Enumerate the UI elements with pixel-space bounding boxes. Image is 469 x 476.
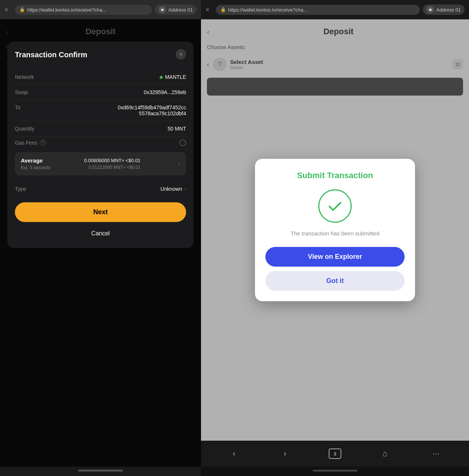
gas-radio[interactable]	[179, 139, 186, 146]
got-it-button[interactable]: Got it	[265, 271, 405, 291]
left-lock-icon: 🔒	[19, 7, 25, 12]
quantity-value: 50 MNT	[168, 126, 186, 132]
right-home-indicator	[313, 470, 357, 472]
right-address-badge[interactable]: ✺ Address 01	[423, 4, 465, 15]
left-modal-overlay: Transaction Confirm × Network MANTLE Swa…	[0, 19, 201, 467]
submit-title: Submit Transaction	[297, 171, 373, 180]
nav-home-button[interactable]: ⌂	[377, 446, 392, 461]
right-modal-overlay: Submit Transaction The transaction has b…	[201, 19, 469, 441]
left-kontos-icon: ✺	[159, 6, 166, 13]
gas-fees-row: Gas Fees ?	[15, 136, 186, 149]
network-row: Network MANTLE	[15, 70, 186, 85]
type-value-wrap[interactable]: Unknown ›	[160, 186, 186, 192]
nav-back-button[interactable]: ‹	[227, 446, 242, 461]
modal-close-button[interactable]: ×	[176, 49, 186, 60]
left-home-indicator	[78, 470, 123, 472]
to-row: To 0xd69c14f59db479adf7452cc 5578aca79c1…	[15, 100, 186, 121]
gas-card-left: Average Est. 5 seconds	[21, 157, 50, 170]
type-chevron-icon: ›	[184, 186, 186, 192]
nav-tabs-button[interactable]: 3	[329, 448, 341, 459]
gas-speed: Average	[21, 157, 50, 164]
gas-chevron-icon: ›	[178, 161, 180, 167]
transaction-confirm-modal: Transaction Confirm × Network MANTLE Swa…	[7, 42, 194, 248]
gas-label-wrap: Gas Fees ?	[15, 140, 46, 146]
left-address-badge[interactable]: ✺ Address 01	[155, 4, 197, 15]
right-home-indicator-bar	[201, 467, 469, 476]
right-panel: × 🔒 https://wallet.kontos.io/receive?cha…	[201, 0, 469, 476]
right-bottom-nav: ‹ › 3 ⌂ ···	[201, 441, 469, 467]
next-button[interactable]: Next	[15, 202, 186, 222]
swap-label: Swap	[15, 89, 28, 95]
left-address-label: Address 01	[168, 7, 193, 13]
gas-main-value: 0.00606000 MNT≈ <$0.01	[84, 158, 140, 163]
right-close-button[interactable]: ×	[205, 6, 213, 14]
left-url-text: https://wallet.kontos.io/receive?cha...	[27, 7, 147, 13]
network-label: Network	[15, 74, 34, 80]
quantity-row: Quantity 50 MNT	[15, 121, 186, 136]
left-page-content: ‹ Deposit Choose Assets: ‹ MNT 1 MNT Tra…	[0, 19, 201, 467]
left-close-button[interactable]: ×	[4, 6, 12, 14]
nav-more-button[interactable]: ···	[428, 446, 443, 461]
modal-title: Transaction Confirm	[15, 51, 186, 59]
right-address-label: Address 01	[436, 7, 461, 13]
gas-time: Est. 5 seconds	[21, 165, 50, 170]
to-value: 0xd69c14f59db479adf7452cc 5578aca79c102d…	[118, 104, 186, 116]
swap-row: Swap 0x32959A...256eb	[15, 85, 186, 100]
left-url-bar[interactable]: 🔒 https://wallet.kontos.io/receive?cha..…	[15, 5, 152, 15]
quantity-label: Quantity	[15, 126, 34, 132]
nav-forward-button[interactable]: ›	[278, 446, 293, 461]
right-browser-bar: × 🔒 https://wallet.kontos.io/receive?cha…	[201, 0, 469, 19]
gas-card[interactable]: Average Est. 5 seconds 0.00606000 MNT≈ <…	[15, 152, 186, 176]
right-page-area: ‹ Deposit Choose Assets: ‹ ? Select Asse…	[201, 19, 469, 441]
cancel-button[interactable]: Cancel	[15, 226, 186, 241]
gas-sub-value: 0.01212000 MNT≈ <$0.01	[84, 165, 140, 170]
left-browser-bar: × 🔒 https://wallet.kontos.io/receive?cha…	[0, 0, 201, 19]
left-panel: × 🔒 https://wallet.kontos.io/receive?cha…	[0, 0, 201, 476]
type-row: Type Unknown ›	[15, 181, 186, 196]
submit-description: The transaction has been submitted	[291, 230, 379, 237]
type-label: Type	[15, 186, 26, 192]
gas-fees-label: Gas Fees	[15, 140, 38, 146]
swap-value: 0x32959A...256eb	[144, 89, 186, 95]
checkmark-svg	[326, 197, 344, 215]
right-kontos-icon: ✺	[427, 6, 434, 13]
to-label: To	[15, 104, 20, 110]
network-dot	[160, 76, 163, 79]
submit-transaction-modal: Submit Transaction The transaction has b…	[255, 159, 415, 301]
view-explorer-button[interactable]: View on Explorer	[265, 247, 405, 267]
network-value: MANTLE	[160, 74, 186, 80]
right-lock-icon: 🔒	[220, 7, 226, 12]
right-url-text: https://wallet.kontos.io/receive?cha...	[228, 7, 415, 13]
right-url-bar[interactable]: 🔒 https://wallet.kontos.io/receive?cha..…	[216, 5, 420, 15]
type-value: Unknown	[160, 186, 182, 192]
gas-card-right: 0.00606000 MNT≈ <$0.01 0.01212000 MNT≈ <…	[84, 158, 140, 170]
left-bottom-bar	[0, 467, 201, 476]
checkmark-circle	[318, 189, 352, 223]
gas-info-icon[interactable]: ?	[40, 140, 46, 146]
